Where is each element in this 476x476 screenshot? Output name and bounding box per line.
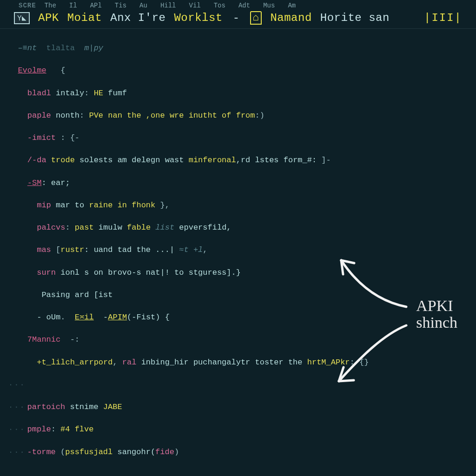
menu-item-3[interactable]: Tis [115, 2, 126, 9]
code-line: surn ionl s on brovo-s nat|! to stguress… [8, 267, 468, 278]
code-line: paple nonth: PVe nan the ,one wre inutht… [8, 110, 468, 121]
menu-item-0[interactable]: The [45, 2, 56, 9]
title-dash: - [231, 12, 242, 24]
code-line: partoich stnime JABE [8, 402, 468, 413]
code-line: -SM: ear; [8, 178, 468, 189]
code-line: pmple: #4 flve [8, 424, 468, 435]
menu-bar: SCRE The Il APl Tis Au Hill Vil Tos Adt … [0, 0, 476, 10]
code-line: -imict : {- [8, 132, 468, 144]
title-status: |III| [424, 12, 462, 24]
title-bar: Y◣ APK Moiat Anx I're Worklst - ⌂ Namand… [0, 10, 476, 29]
code-line [8, 379, 468, 390]
code-line: - oUm. E≍il -APIM(-Fist) { [8, 312, 468, 323]
code-line: Pasing ard [ist [8, 290, 468, 301]
title-seg-4: Worklst [174, 12, 222, 24]
code-line: palcvs: past imulw fable list epversfild… [8, 222, 468, 233]
menu-item-5[interactable]: Hill [160, 2, 176, 9]
code-line: mip mar to raine in fhonk }, [8, 200, 468, 211]
code-line: Evolme { [8, 65, 468, 76]
home-icon[interactable]: ⌂ [250, 11, 262, 25]
title-seg-5: Namand [270, 12, 311, 24]
title-seg-1: APK [38, 12, 59, 24]
code-line: mas [rustr: uand tad the ...| ≈t +l, [8, 245, 468, 256]
menu-item-6[interactable]: Vil [189, 2, 201, 9]
code-line: +t_lilch_arrpord, ral inbing_hir puchang… [8, 357, 468, 368]
menu-item-1[interactable]: Il [69, 2, 77, 9]
code-line: –≡nt tlalta m|py [8, 43, 468, 54]
code-line: 7Mannic -: [8, 334, 468, 345]
menu-item-8[interactable]: Adt [238, 2, 250, 9]
menu-item-10[interactable]: Am [288, 2, 296, 9]
menu-item-2[interactable]: APl [90, 2, 102, 9]
app-logo: SCRE [19, 2, 36, 9]
title-seg-2: Moiat [67, 12, 102, 24]
code-line: /-da trode solests am delegn wast minfer… [8, 155, 468, 166]
code-editor[interactable]: –≡nt tlalta m|py Evolme { bladl intaly: … [0, 29, 476, 476]
title-seg-6: Horite san [320, 12, 390, 24]
code-line: bladl intaly: HE fumf [8, 88, 468, 99]
title-seg-3: Anx I're [110, 12, 165, 24]
menu-item-4[interactable]: Au [139, 2, 147, 9]
code-line [8, 469, 468, 476]
app-box-icon[interactable]: Y◣ [14, 12, 30, 24]
menu-item-7[interactable]: Tos [214, 2, 225, 9]
code-line: -torme (pssfusjadl sangohr(fide) [8, 447, 468, 458]
menu-item-9[interactable]: Mus [263, 2, 275, 9]
